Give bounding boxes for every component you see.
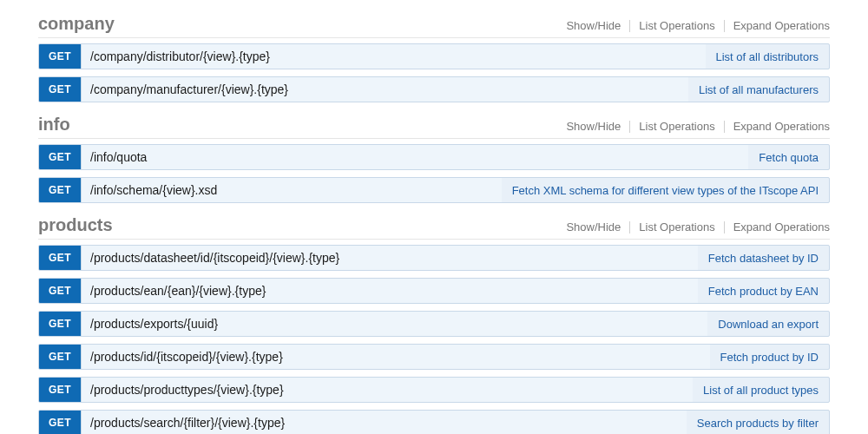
- http-method-badge[interactable]: GET: [39, 312, 81, 336]
- operation-row[interactable]: GET/info/schema/{view}.xsdFetch XML sche…: [38, 177, 830, 203]
- operation-path[interactable]: /products/ean/{ean}/{view}.{type}: [81, 279, 698, 303]
- expand-operations-link[interactable]: Expand Operations: [733, 220, 830, 233]
- section-company: companyShow/HideList OperationsExpand Op…: [38, 9, 830, 102]
- show-hide-link[interactable]: Show/Hide: [566, 120, 621, 133]
- http-method-badge[interactable]: GET: [39, 279, 81, 303]
- operation-path[interactable]: /products/datasheet/id/{itscopeid}/{view…: [81, 246, 698, 270]
- separator: [629, 221, 630, 233]
- operation-description[interactable]: Fetch product by ID: [710, 345, 829, 369]
- http-method-badge[interactable]: GET: [39, 178, 81, 202]
- operation-description[interactable]: List of all product types: [693, 378, 829, 402]
- separator: [724, 121, 725, 133]
- operation-description[interactable]: List of all manufacturers: [688, 77, 829, 102]
- operation-description[interactable]: List of all distributors: [706, 44, 830, 69]
- operation-row[interactable]: GET/info/quotaFetch quota: [38, 144, 830, 170]
- separator: [629, 121, 630, 133]
- operation-description[interactable]: Fetch XML schema for different view type…: [502, 178, 829, 202]
- api-docs-root: companyShow/HideList OperationsExpand Op…: [38, 9, 830, 434]
- http-method-badge[interactable]: GET: [39, 44, 81, 69]
- operation-description[interactable]: Search products by filter: [687, 411, 829, 434]
- operation-path[interactable]: /products/search/{filter}/{view}.{type}: [81, 411, 687, 434]
- http-method-badge[interactable]: GET: [39, 411, 81, 434]
- operation-row[interactable]: GET/company/manufacturer/{view}.{type}Li…: [38, 76, 830, 102]
- expand-operations-link[interactable]: Expand Operations: [733, 120, 830, 133]
- operation-description[interactable]: Fetch datasheet by ID: [698, 246, 829, 270]
- http-method-badge[interactable]: GET: [39, 378, 81, 402]
- operation-path[interactable]: /company/distributor/{view}.{type}: [81, 44, 706, 69]
- list-operations-link[interactable]: List Operations: [639, 19, 714, 32]
- operation-row[interactable]: GET/products/id/{itscopeid}/{view}.{type…: [38, 344, 830, 370]
- http-method-badge[interactable]: GET: [39, 345, 81, 369]
- section-info: infoShow/HideList OperationsExpand Opera…: [38, 109, 830, 203]
- separator: [724, 221, 725, 233]
- list-operations-link[interactable]: List Operations: [639, 220, 714, 233]
- operation-row[interactable]: GET/company/distributor/{view}.{type}Lis…: [38, 43, 830, 69]
- section-products: productsShow/HideList OperationsExpand O…: [38, 210, 830, 434]
- operation-description[interactable]: Download an export: [707, 312, 829, 336]
- operation-row[interactable]: GET/products/producttypes/{view}.{type}L…: [38, 377, 830, 403]
- separator: [629, 20, 630, 32]
- operation-path[interactable]: /info/schema/{view}.xsd: [81, 178, 502, 202]
- operation-row[interactable]: GET/products/search/{filter}/{view}.{typ…: [38, 410, 830, 434]
- operation-path[interactable]: /products/id/{itscopeid}/{view}.{type}: [81, 345, 710, 369]
- operation-description[interactable]: Fetch quota: [748, 145, 829, 169]
- section-actions: Show/HideList OperationsExpand Operation…: [566, 120, 830, 133]
- section-header: companyShow/HideList OperationsExpand Op…: [38, 9, 830, 38]
- list-operations-link[interactable]: List Operations: [639, 120, 714, 133]
- http-method-badge[interactable]: GET: [39, 77, 81, 102]
- section-title[interactable]: company: [38, 14, 115, 34]
- operation-path[interactable]: /products/exports/{uuid}: [81, 312, 707, 336]
- section-header: infoShow/HideList OperationsExpand Opera…: [38, 109, 830, 139]
- show-hide-link[interactable]: Show/Hide: [566, 19, 621, 32]
- section-actions: Show/HideList OperationsExpand Operation…: [566, 220, 830, 233]
- http-method-badge[interactable]: GET: [39, 145, 81, 169]
- section-header: productsShow/HideList OperationsExpand O…: [38, 210, 830, 240]
- section-title[interactable]: products: [38, 215, 113, 235]
- http-method-badge[interactable]: GET: [39, 246, 81, 270]
- separator: [724, 20, 725, 32]
- operation-path[interactable]: /products/producttypes/{view}.{type}: [81, 378, 693, 402]
- operation-row[interactable]: GET/products/datasheet/id/{itscopeid}/{v…: [38, 245, 830, 271]
- operation-row[interactable]: GET/products/ean/{ean}/{view}.{type}Fetc…: [38, 278, 830, 304]
- operation-description[interactable]: Fetch product by EAN: [698, 279, 829, 303]
- operation-path[interactable]: /company/manufacturer/{view}.{type}: [81, 77, 688, 102]
- expand-operations-link[interactable]: Expand Operations: [733, 19, 830, 32]
- section-title[interactable]: info: [38, 115, 70, 135]
- operation-path[interactable]: /info/quota: [81, 145, 748, 169]
- section-actions: Show/HideList OperationsExpand Operation…: [566, 19, 830, 32]
- show-hide-link[interactable]: Show/Hide: [566, 220, 621, 233]
- operation-row[interactable]: GET/products/exports/{uuid}Download an e…: [38, 311, 830, 337]
